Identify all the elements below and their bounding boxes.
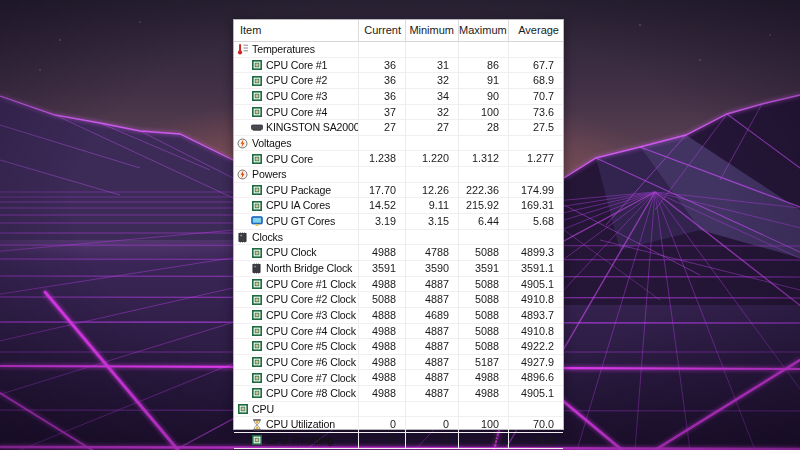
chip-green-icon — [250, 356, 263, 369]
row-label: CPU Core #3 Clock — [266, 308, 356, 323]
minimum-value: 3.15 — [406, 214, 459, 229]
sensor-row-cpu-core-2[interactable]: CPU Core #2 36 32 91 68.9 — [234, 73, 563, 89]
average-value: 4899.3 — [509, 245, 563, 260]
minimum-value: 4887 — [406, 339, 459, 354]
sensor-row-cpu-core-8-clock[interactable]: CPU Core #8 Clock 4988 4887 4988 4905.1 — [234, 386, 563, 402]
minimum-value: 9.11 — [406, 198, 459, 213]
current-value: 36 — [359, 89, 406, 104]
sensor-row-cpu-utilization[interactable]: CPU Utilization 0 0 100 70.0 — [234, 417, 563, 433]
average-value — [509, 167, 563, 182]
chip-green-icon — [250, 58, 263, 71]
column-header-item[interactable]: Item — [234, 20, 359, 41]
average-value: 79.8 — [509, 433, 563, 448]
section-row-clocks[interactable]: Clocks — [234, 230, 563, 246]
sensor-row-cpu-package[interactable]: CPU Package 17.70 12.26 222.36 174.99 — [234, 183, 563, 199]
maximum-value: 90 — [459, 89, 509, 104]
clock-chip-icon — [236, 231, 249, 244]
minimum-value: 1.220 — [406, 151, 459, 166]
table-header: Item Current Minimum Maximum Average — [234, 20, 563, 42]
clock-chip-icon — [250, 262, 263, 275]
row-label: KINGSTON SA2000M... — [266, 120, 359, 135]
minimum-value: 4887 — [406, 277, 459, 292]
row-label: CPU Utilization — [266, 417, 335, 432]
column-header-current[interactable]: Current — [359, 20, 406, 41]
current-value: 1.238 — [359, 151, 406, 166]
sensor-row-cpu-core-6-clock[interactable]: CPU Core #6 Clock 4988 4887 5187 4927.9 — [234, 355, 563, 371]
current-value: 17.70 — [359, 183, 406, 198]
minimum-value: 4887 — [406, 324, 459, 339]
section-row-cpu[interactable]: CPU — [234, 402, 563, 418]
chip-green-icon — [250, 105, 263, 118]
maximum-value: 5088 — [459, 339, 509, 354]
chip-green-icon — [250, 246, 263, 259]
section-row-voltages[interactable]: Voltages — [234, 136, 563, 152]
column-header-minimum[interactable]: Minimum — [406, 20, 459, 41]
average-value: 70.7 — [509, 89, 563, 104]
sensor-row-cpu-gt-cores[interactable]: CPU GT Cores 3.19 3.15 6.44 5.68 — [234, 214, 563, 230]
chip-green-icon — [250, 309, 263, 322]
maximum-value: 6 — [459, 433, 509, 448]
sensor-row-cpu-core-3-clock[interactable]: CPU Core #3 Clock 4888 4689 5088 4893.7 — [234, 308, 563, 324]
row-label: CPU Core #4 — [266, 105, 327, 120]
power-icon — [236, 168, 249, 181]
average-value: 4905.1 — [509, 277, 563, 292]
maximum-value: 5088 — [459, 277, 509, 292]
sensor-row-kingston-sa2000m[interactable]: KINGSTON SA2000M... 27 27 28 27.5 — [234, 120, 563, 136]
average-value: 1.277 — [509, 151, 563, 166]
column-header-maximum[interactable]: Maximum — [459, 20, 509, 41]
minimum-value: 12.26 — [406, 183, 459, 198]
row-label: CPU Core #7 Clock — [266, 371, 356, 386]
current-value: 4988 — [359, 386, 406, 401]
average-value — [509, 402, 563, 417]
sensor-row-cpu-core-1[interactable]: CPU Core #1 36 31 86 67.7 — [234, 58, 563, 74]
maximum-value: 4988 — [459, 370, 509, 385]
column-header-average[interactable]: Average — [509, 20, 563, 41]
minimum-value: 34 — [406, 89, 459, 104]
row-label: CPU Core #4 Clock — [266, 324, 356, 339]
current-value: 14.52 — [359, 198, 406, 213]
minimum-value — [406, 136, 459, 151]
sensor-row-cpu-core-1-clock[interactable]: CPU Core #1 Clock 4988 4887 5088 4905.1 — [234, 277, 563, 293]
sensor-row-cpu-core-4[interactable]: CPU Core #4 37 32 100 73.6 — [234, 105, 563, 121]
chip-green-icon — [250, 324, 263, 337]
minimum-value: 4887 — [406, 386, 459, 401]
average-value — [509, 230, 563, 245]
sensor-row-north-bridge-clock[interactable]: North Bridge Clock 3591 3590 3591 3591.1 — [234, 261, 563, 277]
sensor-row-cpu-core[interactable]: CPU Core 1.238 1.220 1.312 1.277 — [234, 151, 563, 167]
current-value: 0 — [359, 433, 406, 448]
average-value: 67.7 — [509, 58, 563, 73]
section-row-temperatures[interactable]: Temperatures — [234, 42, 563, 58]
maximum-value: 222.36 — [459, 183, 509, 198]
chip-green-icon — [250, 293, 263, 306]
current-value: 27 — [359, 120, 406, 135]
minimum-value: 27 — [406, 120, 459, 135]
current-value: 36 — [359, 73, 406, 88]
sensor-row-cpu-clock[interactable]: CPU Clock 4988 4788 5088 4899.3 — [234, 245, 563, 261]
row-label: CPU Core #6 Clock — [266, 355, 356, 370]
maximum-value — [459, 167, 509, 182]
section-row-powers[interactable]: Powers — [234, 167, 563, 183]
row-label: Powers — [252, 167, 286, 182]
current-value: 37 — [359, 105, 406, 120]
maximum-value: 100 — [459, 105, 509, 120]
row-label: CPU GT Cores — [266, 214, 335, 229]
maximum-value: 100 — [459, 417, 509, 432]
sensor-row-cpu-throttling[interactable]: CPU Throttling 0 0 6 79.8 — [234, 433, 563, 449]
maximum-value: 5088 — [459, 324, 509, 339]
row-label: CPU Clock — [266, 245, 316, 260]
sensor-row-cpu-core-7-clock[interactable]: CPU Core #7 Clock 4988 4887 4988 4896.6 — [234, 370, 563, 386]
maximum-value: 5187 — [459, 355, 509, 370]
row-label: CPU Core #2 — [266, 73, 327, 88]
row-label: Voltages — [252, 136, 291, 151]
maximum-value — [459, 230, 509, 245]
average-value: 5.68 — [509, 214, 563, 229]
sensor-row-cpu-core-3[interactable]: CPU Core #3 36 34 90 70.7 — [234, 89, 563, 105]
sensor-row-cpu-core-4-clock[interactable]: CPU Core #4 Clock 4988 4887 5088 4910.8 — [234, 324, 563, 340]
minimum-value: 4689 — [406, 308, 459, 323]
sensor-row-cpu-core-2-clock[interactable]: CPU Core #2 Clock 5088 4887 5088 4910.8 — [234, 292, 563, 308]
minimum-value: 3590 — [406, 261, 459, 276]
chip-green-icon — [236, 403, 249, 416]
sensor-row-cpu-ia-cores[interactable]: CPU IA Cores 14.52 9.11 215.92 169.31 — [234, 198, 563, 214]
sensor-row-cpu-core-5-clock[interactable]: CPU Core #5 Clock 4988 4887 5088 4922.2 — [234, 339, 563, 355]
maximum-value: 215.92 — [459, 198, 509, 213]
